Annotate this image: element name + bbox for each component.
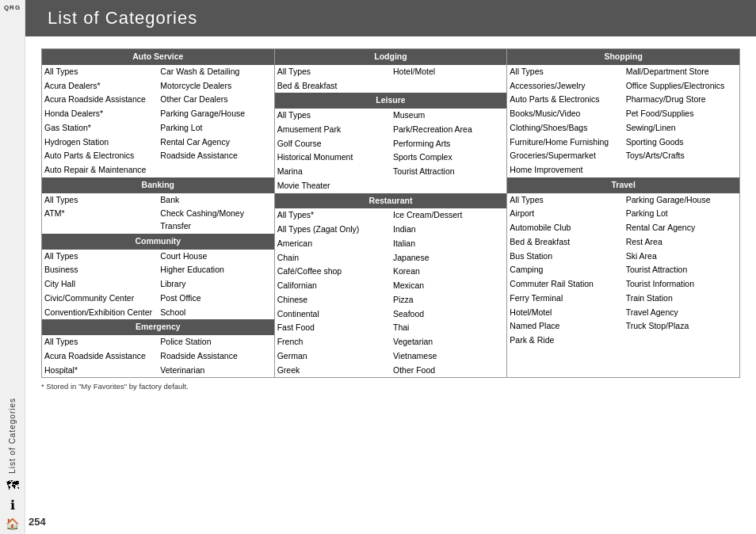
item-cell: Thai: [391, 321, 506, 335]
item-cell: All Types: [42, 250, 158, 264]
item-cell: All Types: [42, 193, 158, 208]
item-cell: School: [158, 306, 273, 320]
item-cell: Mall/Department Store: [624, 65, 739, 79]
item-cell: Fast Food: [275, 321, 391, 335]
table-row: All Types Parking Garage/House: [507, 193, 739, 208]
item-cell: Train Station: [624, 292, 739, 306]
item-cell: Rental Car Agency: [624, 221, 739, 235]
item-cell: Home Improvement: [507, 163, 623, 177]
travel-header: Travel: [507, 177, 739, 193]
table-row: Auto Parts & Electronics Roadside Assist…: [42, 149, 274, 163]
leisure-header: Leisure: [275, 93, 507, 109]
item-cell: Gas Station*: [42, 121, 158, 135]
table-row: Clothing/Shoes/Bags Sewing/Linen: [507, 121, 739, 135]
item-cell: Automobile Club: [507, 221, 623, 235]
item-cell: Books/Music/Video: [507, 107, 623, 121]
item-cell: Ice Cream/Dessert: [391, 208, 506, 223]
nav-icon-map[interactable]: 🗺: [6, 479, 19, 493]
lodging-header: Lodging: [275, 49, 507, 65]
table-row: Café/Coffee shop Korean: [275, 265, 507, 279]
page-title: List of Categories: [48, 8, 197, 28]
item-cell: Roadside Assistance: [158, 149, 273, 163]
auto-service-header: Auto Service: [42, 49, 274, 65]
item-cell: ATM*: [42, 207, 158, 234]
lodging-table: Lodging All Types Hotel/Motel Bed & Brea…: [275, 49, 507, 377]
item-cell: Rest Area: [624, 235, 739, 250]
sidebar-bottom-label: List of Categories: [8, 398, 17, 474]
item-cell: Chinese: [275, 293, 391, 307]
item-cell: Park/Recreation Area: [391, 123, 506, 137]
item-cell: Historical Monument: [275, 151, 391, 165]
table-row: Continental Seafood: [275, 307, 507, 322]
item-cell: Greek: [275, 364, 391, 378]
item-cell: Hydrogen Station: [42, 135, 158, 150]
nav-icon-info[interactable]: ℹ: [10, 498, 15, 513]
item-cell: Honda Dealers*: [42, 107, 158, 121]
item-cell: Parking Lot: [158, 121, 273, 135]
item-cell: Café/Coffee shop: [275, 265, 391, 279]
table-row: Bed & Breakfast Rest Area: [507, 235, 739, 250]
item-cell: Sports Complex: [391, 151, 506, 165]
table-row: Movie Theater: [275, 179, 507, 193]
restaurant-header: Restaurant: [275, 193, 507, 209]
item-cell: City Hall: [42, 277, 158, 292]
item-cell: [391, 179, 506, 193]
table-row: Civic/Community Center Post Office: [42, 292, 274, 306]
table-row: All Types Hotel/Motel: [275, 65, 507, 79]
table-row: Commuter Rail Station Tourist Informatio…: [507, 277, 739, 292]
item-cell: Named Place: [507, 319, 623, 334]
item-cell: Library: [158, 277, 273, 292]
table-row: Acura Dealers* Motorcycle Dealers: [42, 79, 274, 93]
item-cell: French: [275, 335, 391, 349]
item-cell: German: [275, 349, 391, 364]
table-row: Acura Roadside Assistance Roadside Assis…: [42, 349, 274, 364]
item-cell: Tourist Attraction: [391, 165, 506, 179]
item-cell: Police Station: [158, 335, 273, 349]
item-cell: Other Car Dealers: [158, 93, 273, 107]
sidebar-top: QRG: [4, 4, 21, 11]
table-row: Groceries/Supermarket Toys/Arts/Crafts: [507, 149, 739, 163]
table-row: Chinese Pizza: [275, 293, 507, 307]
table-row: All Types Museum: [275, 109, 507, 123]
item-cell: Car Wash & Detailing: [158, 65, 273, 79]
item-cell: Tourist Information: [624, 277, 739, 292]
table-row: Californian Mexican: [275, 279, 507, 293]
item-cell: [624, 334, 739, 348]
emergency-header: Emergency: [42, 319, 274, 335]
table-row: City Hall Library: [42, 277, 274, 292]
item-cell: Toys/Arts/Crafts: [624, 149, 739, 163]
item-cell: [158, 163, 273, 177]
table-row: Furniture/Home Furnishing Sporting Goods: [507, 135, 739, 150]
item-cell: Californian: [275, 279, 391, 293]
table-row: Amusement Park Park/Recreation Area: [275, 123, 507, 137]
footnote: * Stored in "My Favorites" by factory de…: [41, 378, 740, 392]
item-cell: Marina: [275, 165, 391, 179]
item-cell: Bed & Breakfast: [507, 235, 623, 250]
item-cell: Japanese: [391, 251, 506, 265]
item-cell: Sporting Goods: [624, 135, 739, 150]
item-cell: All Types: [42, 335, 158, 349]
item-cell: Camping: [507, 263, 623, 277]
item-cell: Mexican: [391, 279, 506, 293]
item-cell: All Types: [507, 65, 623, 79]
item-cell: Accessories/Jewelry: [507, 79, 623, 93]
item-cell: Travel Agency: [624, 306, 739, 320]
table-row: Business Higher Education: [42, 263, 274, 277]
item-cell: Vietnamese: [391, 349, 506, 364]
item-cell: Court House: [158, 250, 273, 264]
item-cell: Bank: [158, 193, 273, 208]
col-auto-banking-community: Auto Service All Types Car Wash & Detail…: [42, 49, 275, 378]
item-cell: Auto Parts & Electronics: [42, 149, 158, 163]
item-cell: Bus Station: [507, 250, 623, 264]
item-cell: Auto Repair & Maintenance: [42, 163, 158, 177]
nav-icon-home[interactable]: 🏠: [6, 517, 19, 530]
table-row: Hotel/Motel Travel Agency: [507, 306, 739, 320]
main-content: Auto Service All Types Car Wash & Detail…: [25, 36, 756, 400]
table-row: Hospital* Veterinarian: [42, 364, 274, 378]
table-row: All Types Car Wash & Detailing: [42, 65, 274, 79]
item-cell: Parking Garage/House: [158, 107, 273, 121]
item-cell: Vegetarian: [391, 335, 506, 349]
table-row: Acura Roadside Assistance Other Car Deal…: [42, 93, 274, 107]
item-cell: Pharmacy/Drug Store: [624, 93, 739, 107]
table-row: Fast Food Thai: [275, 321, 507, 335]
